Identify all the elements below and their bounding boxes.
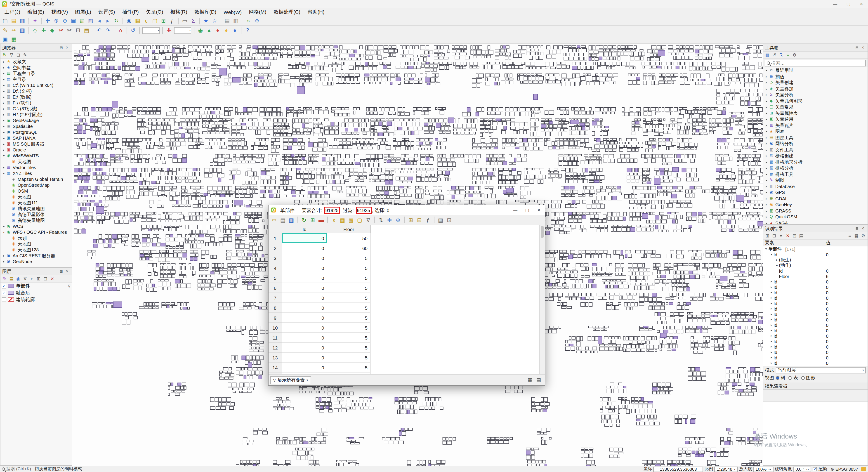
attr-form-view[interactable]: ▤ [534, 376, 543, 384]
deselect-features[interactable]: ▢ [151, 17, 159, 25]
coordinate-input[interactable]: 13365529,3536863 [653, 466, 703, 472]
statusbar-search[interactable]: 搜索 (Ctrl+K) [2, 466, 31, 472]
browser-item-7[interactable]: ▸▥F:\ (软件) [0, 100, 72, 106]
browser-item-16[interactable]: ▾◉WMS/WMTS [0, 153, 72, 159]
expand-arrow[interactable]: ▸ [770, 296, 774, 300]
measure-area-tool[interactable]: ▦ [9, 35, 18, 43]
toolbox-group-0[interactable]: ▸↺最近用过 [763, 67, 868, 73]
attr-invert-selection[interactable]: ▧ [347, 216, 355, 224]
browser-filter[interactable]: ∇ [8, 52, 15, 58]
browser-item-3[interactable]: ▸▤主目录 [0, 76, 72, 82]
browser-close-button[interactable]: ✕ [64, 45, 70, 51]
identify-row-12[interactable]: ▸Id0 [763, 312, 868, 317]
toolbox-group-16[interactable]: ▸▧栅格分析 [763, 165, 868, 171]
dialog-close-button[interactable]: ✕ [533, 205, 545, 215]
browser-item-17[interactable]: ◉天地图 [0, 159, 72, 164]
menu-item-7[interactable]: 栅格(R) [167, 8, 191, 16]
browser-item-2[interactable]: ▸▤工程主目录 [0, 70, 72, 76]
cell-id[interactable]: 0 [282, 363, 327, 373]
field-calculator[interactable]: ƒ [168, 17, 176, 25]
expand-arrow[interactable]: ▸ [2, 82, 6, 88]
expand-arrow[interactable]: ▸ [770, 361, 774, 365]
identify-row-6[interactable]: ▸Id0 [763, 279, 868, 284]
browser-item-21[interactable]: ◉OpenStreetMap [0, 182, 72, 188]
cell-id[interactable]: 0 [282, 253, 327, 263]
layers-expand-all[interactable]: ⊞ [35, 275, 42, 282]
redo[interactable]: ↷ [103, 26, 112, 35]
select-all-corner[interactable] [269, 225, 282, 233]
expand-arrow[interactable]: ▸ [770, 302, 774, 305]
attr-table-view[interactable]: ▦ [526, 376, 534, 384]
layers-themes[interactable]: ◉ [15, 275, 22, 282]
scale-combo[interactable]: 1:29548 ▾ [715, 466, 738, 472]
attr-dock[interactable]: ⊡ [445, 216, 454, 224]
processing-history[interactable]: ↺ [129, 26, 137, 35]
expand-arrow[interactable]: ▸ [765, 183, 769, 189]
expand-arrow[interactable]: ▸ [2, 100, 6, 106]
menu-item-11[interactable]: 数据处理(C) [270, 8, 304, 16]
add-feature[interactable]: ◇ [31, 26, 39, 35]
delete-selected[interactable]: ✂ [57, 26, 65, 35]
identify-row-15[interactable]: ▸Id0 [763, 328, 868, 333]
identify-copy[interactable]: ⊡ [791, 232, 798, 239]
cell-floor[interactable]: 5 [327, 343, 371, 353]
browser-item-34[interactable]: ▸◉GeoNode [0, 259, 72, 264]
row-number[interactable]: 14 [269, 363, 282, 373]
expand-arrow[interactable]: ▸ [770, 323, 774, 327]
messages-icon[interactable] [861, 467, 866, 471]
plugin-red[interactable]: ● [213, 26, 222, 35]
browser-item-0[interactable]: ▸★收藏夹 [0, 59, 72, 65]
expand-arrow[interactable]: ▸ [2, 88, 6, 94]
cell-id[interactable]: 0 [282, 293, 327, 303]
expand-arrow[interactable]: ▸ [765, 116, 769, 122]
browser-item-15[interactable]: ▸▣Oracle [0, 147, 72, 153]
row-number[interactable]: 4 [269, 263, 282, 273]
view-option-0[interactable]: 树 [776, 375, 785, 381]
cell-floor[interactable]: 5 [327, 353, 371, 363]
identify-row-2[interactable]: ▸(派生) [763, 257, 868, 263]
identify-mode-tree[interactable]: ≡ [846, 232, 853, 239]
browser-item-30[interactable]: ◉cesji [0, 235, 72, 241]
plugin-yellow[interactable]: ● [222, 26, 230, 35]
expand-arrow[interactable]: ▸ [765, 153, 769, 159]
save-project[interactable]: ▥ [18, 17, 27, 25]
layers-float-button[interactable]: ⊟ [58, 269, 64, 275]
toolbox-group-18[interactable]: ▸✎制图 [763, 177, 868, 183]
plugin-blue[interactable]: ● [230, 26, 239, 35]
crs-button[interactable]: ⊕ EPSG:3857 [831, 467, 858, 472]
coordinate-capture[interactable]: ✚ [164, 26, 173, 35]
attr-move-selected-top[interactable]: ⇅ [377, 216, 385, 224]
cell-floor[interactable]: 5 [327, 363, 371, 373]
identify-expand-new[interactable]: ▾ [778, 232, 784, 239]
attr-select-all[interactable]: ▦ [338, 216, 347, 224]
close-button[interactable]: ✕ [855, 0, 868, 8]
toolbox-close-button[interactable]: ✕ [860, 45, 866, 51]
toolbox-group-19[interactable]: ▸▥Database [763, 183, 868, 189]
toolbox-group-8[interactable]: ▸▣矢量通用 [763, 116, 868, 122]
identify-clear[interactable]: ✕ [784, 232, 791, 239]
expand-arrow[interactable]: ▸ [765, 159, 769, 165]
toolbox-group-4[interactable]: ▸Σ矢量分析 [763, 92, 868, 98]
expand-arrow[interactable]: ▸ [2, 94, 6, 100]
identify-row-21[interactable]: ▸Id0 [763, 360, 868, 366]
toolbox-group-14[interactable]: ▸▨栅格创建 [763, 153, 868, 159]
row-number[interactable]: 12 [269, 343, 282, 353]
refresh-map[interactable]: ↻ [112, 17, 121, 25]
style-manager[interactable]: ✦ [31, 17, 39, 25]
expand-arrow[interactable]: ▸ [775, 263, 779, 267]
scrollbar-thumb[interactable] [541, 226, 544, 238]
toolbox-group-20[interactable]: ▸◉GPS [763, 189, 868, 195]
select-by-expression[interactable]: ε [142, 17, 151, 25]
expand-arrow[interactable]: ▸ [2, 123, 6, 129]
expand-arrow[interactable]: ▸ [765, 177, 769, 183]
expand-arrow[interactable]: ▸ [2, 135, 6, 141]
identify-row-18[interactable]: ▸Id0 [763, 344, 868, 349]
attr-save-edits[interactable]: ▥ [287, 216, 296, 224]
expand-arrow[interactable]: ▸ [765, 189, 769, 195]
layer-visibility-checkbox[interactable] [2, 297, 6, 302]
identify-print[interactable]: ▤ [798, 232, 805, 239]
toolbox-group-7[interactable]: ▸⊞矢量属性表 [763, 110, 868, 116]
cell-id[interactable]: 0 [282, 263, 327, 273]
identify-collapse-all[interactable]: ⊟ [771, 232, 778, 239]
browser-item-5[interactable]: ▸▥D:\ (文档) [0, 88, 72, 94]
